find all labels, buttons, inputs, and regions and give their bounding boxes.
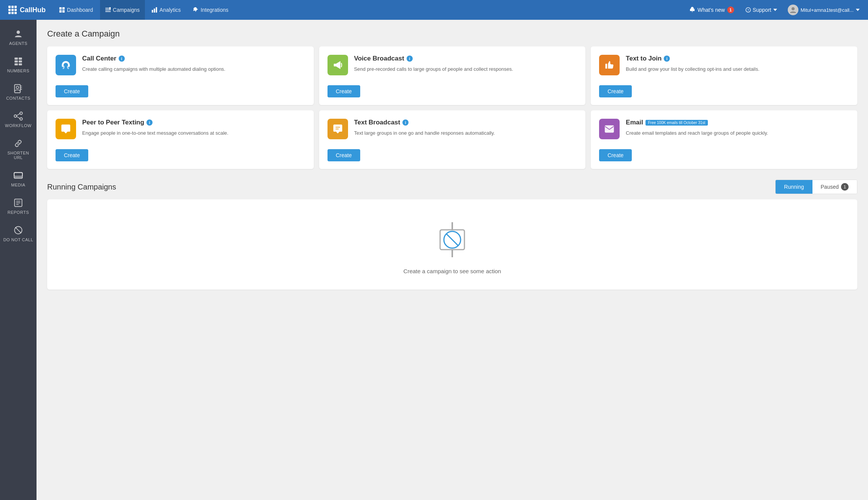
svg-rect-5 bbox=[105, 10, 111, 10]
paused-tab[interactable]: Paused 1 bbox=[812, 180, 857, 194]
campaign-cards-grid: Call Center i Create calling campaigns w… bbox=[47, 46, 857, 169]
svg-rect-15 bbox=[14, 57, 18, 59]
text-to-join-desc: Build and grow your list by collecting o… bbox=[626, 65, 849, 73]
svg-rect-7 bbox=[109, 7, 111, 9]
logo-grid bbox=[8, 6, 17, 14]
svg-rect-23 bbox=[20, 86, 22, 86]
contacts-icon bbox=[13, 84, 23, 94]
support-button[interactable]: ? Support bbox=[741, 0, 782, 20]
nav-analytics[interactable]: Analytics bbox=[146, 0, 186, 20]
peer-to-peer-create-button[interactable]: Create bbox=[56, 149, 88, 161]
email-footer: Create bbox=[599, 144, 849, 161]
running-campaigns-title: Running Campaigns bbox=[47, 183, 116, 191]
voice-broadcast-title-area: Voice Broadcast i Send pre-recorded call… bbox=[354, 55, 577, 73]
media-icon bbox=[13, 170, 23, 180]
text-broadcast-footer: Create bbox=[327, 144, 577, 161]
text-broadcast-icon bbox=[327, 119, 348, 139]
svg-rect-1 bbox=[62, 7, 65, 10]
nav-campaigns[interactable]: Campaigns bbox=[100, 0, 145, 20]
call-center-footer: Create bbox=[56, 80, 305, 97]
sidebar-item-media[interactable]: MEDIA bbox=[0, 165, 37, 193]
whats-new-button[interactable]: What's new 1 bbox=[685, 0, 739, 20]
user-menu[interactable]: Mitul+amna1test@call... bbox=[784, 0, 863, 20]
text-to-join-create-button[interactable]: Create bbox=[599, 85, 632, 97]
paused-count-badge: 1 bbox=[841, 183, 849, 191]
text-to-join-card: Text to Join i Build and grow your list … bbox=[591, 46, 857, 105]
campaign-tab-group: Running Paused 1 bbox=[775, 180, 857, 194]
voice-broadcast-desc: Send pre-recorded calls to large groups … bbox=[354, 65, 577, 73]
support-label: Support bbox=[753, 7, 771, 13]
svg-text:?: ? bbox=[747, 8, 749, 12]
svg-line-39 bbox=[15, 227, 21, 233]
agents-icon bbox=[13, 29, 23, 39]
peer-to-peer-footer: Create bbox=[56, 144, 305, 161]
numbers-icon bbox=[13, 56, 23, 66]
do-not-call-icon bbox=[13, 225, 23, 235]
voice-broadcast-info[interactable]: i bbox=[407, 56, 413, 62]
text-broadcast-create-button[interactable]: Create bbox=[327, 149, 360, 161]
svg-rect-43 bbox=[605, 126, 614, 133]
empty-state-svg bbox=[429, 215, 475, 260]
svg-rect-6 bbox=[105, 11, 111, 12]
peer-to-peer-header: Peer to Peer Texting i Engage people in … bbox=[56, 119, 305, 139]
headset-svg bbox=[60, 60, 71, 70]
call-center-create-button[interactable]: Create bbox=[56, 85, 88, 97]
peer-to-peer-icon bbox=[56, 119, 76, 139]
nav-dashboard[interactable]: Dashboard bbox=[54, 0, 99, 20]
svg-point-22 bbox=[16, 86, 19, 89]
nav-integrations[interactable]: Integrations bbox=[188, 0, 234, 20]
peer-to-peer-info[interactable]: i bbox=[146, 119, 153, 126]
sidebar-item-workflow[interactable]: WORKFLOW bbox=[0, 106, 37, 133]
svg-rect-24 bbox=[20, 88, 22, 88]
svg-rect-10 bbox=[156, 7, 157, 13]
email-create-button[interactable]: Create bbox=[599, 149, 632, 161]
svg-line-30 bbox=[17, 116, 20, 118]
peer-to-peer-title: Peer to Peer Texting i bbox=[82, 119, 305, 126]
shorten-url-icon bbox=[13, 139, 23, 148]
svg-rect-18 bbox=[19, 61, 22, 62]
top-nav: CallHub Dashboard Campaigns Analytics In… bbox=[0, 0, 868, 20]
peer-to-peer-title-area: Peer to Peer Texting i Engage people in … bbox=[82, 119, 305, 137]
svg-rect-0 bbox=[59, 7, 62, 10]
call-center-info[interactable]: i bbox=[119, 56, 125, 62]
text-broadcast-info[interactable]: i bbox=[402, 119, 409, 126]
sidebar-item-numbers[interactable]: NUMBERS bbox=[0, 51, 37, 78]
empty-campaigns-text: Create a campaign to see some action bbox=[404, 268, 501, 274]
svg-point-28 bbox=[20, 118, 22, 120]
sidebar-item-shorten-url[interactable]: SHORTEN URL bbox=[0, 133, 37, 165]
text-broadcast-header: Text Broadcast i Text large groups in on… bbox=[327, 119, 577, 139]
call-center-icon bbox=[56, 55, 76, 75]
voice-broadcast-create-button[interactable]: Create bbox=[327, 85, 360, 97]
running-tab[interactable]: Running bbox=[776, 180, 812, 194]
thumbsup-svg bbox=[604, 60, 615, 70]
text-to-join-title-area: Text to Join i Build and grow your list … bbox=[626, 55, 849, 73]
text-to-join-info[interactable]: i bbox=[664, 56, 670, 62]
user-avatar bbox=[788, 5, 798, 15]
peer-to-peer-card: Peer to Peer Texting i Engage people in … bbox=[47, 110, 314, 169]
sidebar-item-do-not-call[interactable]: DO NOT CALL bbox=[0, 220, 37, 247]
svg-rect-2 bbox=[59, 10, 62, 13]
sidebar-item-agents[interactable]: AGENTS bbox=[0, 24, 37, 51]
svg-rect-32 bbox=[14, 172, 22, 176]
sidebar-item-reports[interactable]: REPORTS bbox=[0, 193, 37, 220]
user-dropdown-icon bbox=[856, 9, 860, 11]
sidebar-item-contacts[interactable]: CONTACTS bbox=[0, 78, 37, 106]
text-to-join-footer: Create bbox=[599, 80, 849, 97]
running-campaigns-header: Running Campaigns Running Paused 1 bbox=[47, 180, 857, 194]
svg-point-26 bbox=[14, 115, 17, 118]
text-broadcast-title: Text Broadcast i bbox=[354, 119, 577, 126]
whats-new-badge: 1 bbox=[727, 6, 734, 13]
voice-broadcast-icon bbox=[327, 55, 348, 75]
call-center-title-area: Call Center i Create calling campaigns w… bbox=[82, 55, 305, 73]
text-to-join-header: Text to Join i Build and grow your list … bbox=[599, 55, 849, 75]
text-to-join-icon bbox=[599, 55, 620, 75]
svg-rect-40 bbox=[606, 64, 607, 69]
svg-rect-25 bbox=[20, 89, 22, 90]
text-chat-svg bbox=[332, 124, 343, 134]
sidebar: AGENTS NUMBERS CONTACTS bbox=[0, 20, 37, 500]
logo[interactable]: CallHub bbox=[5, 6, 49, 14]
email-card: Email Free 100K emails till October 31st… bbox=[591, 110, 857, 169]
svg-point-14 bbox=[17, 30, 20, 34]
voice-broadcast-header: Voice Broadcast i Send pre-recorded call… bbox=[327, 55, 577, 75]
text-to-join-title: Text to Join i bbox=[626, 55, 849, 62]
